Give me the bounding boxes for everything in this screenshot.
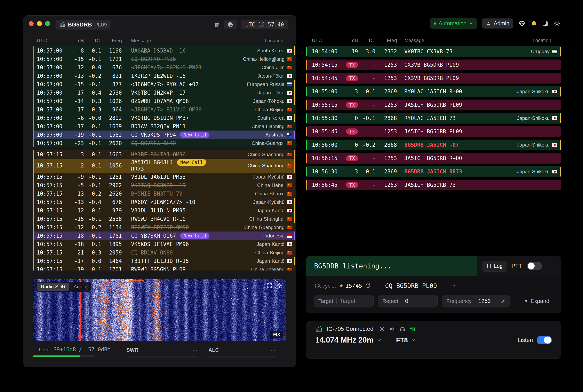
log-icon — [486, 263, 492, 269]
decode-row[interactable]: 10:57:00-170.3964<JE6MCA/7> BI1VUO OM89C… — [33, 105, 295, 114]
decode-row[interactable]: 10:57:00-12-0.0676<JE6MCA/7> BG2KUD PN21… — [33, 63, 295, 72]
tx-message-select[interactable]: CQ BG5DRB PL09 — [385, 282, 456, 290]
flag-icon — [287, 49, 292, 52]
ptt-toggle[interactable] — [527, 262, 542, 270]
decode-row[interactable]: 10:57:15-130.22620BH5HIE BH3TTU 73China·… — [33, 190, 295, 198]
target-label: Target — [318, 298, 333, 304]
decode-row[interactable]: 10:57:00-17-0.11639BD1AV BI2QFV PN11Chin… — [33, 122, 295, 130]
fullscreen-icon[interactable] — [266, 282, 272, 289]
group-bar — [33, 139, 34, 147]
qso-row[interactable]: 10:56:303-0.12869BG5DRB JA5ICH RR73Japan… — [306, 166, 561, 177]
decode-row[interactable]: 10:57:15-9-0.11251V31DL JA6IJL PM53Japan… — [33, 172, 295, 181]
dark-mode-icon[interactable] — [543, 21, 548, 26]
decode-row[interactable]: 10:57:15-19-0.11701RW9WJ BG5GNN PL09Chin… — [33, 265, 295, 270]
log-button[interactable]: Log — [483, 261, 507, 272]
signal-marker — [294, 257, 295, 265]
trash-button[interactable] — [214, 22, 220, 28]
qso-row[interactable]: 10:56:45TX-1253JA5ICH BG5DRB 73 — [306, 180, 561, 190]
qso-row[interactable]: 10:55:45TX-1253JA5ICH BG5DRB PL09 — [306, 126, 561, 137]
minimize-button[interactable] — [37, 21, 42, 26]
location-cell: Japan·Kyūshū — [223, 199, 292, 205]
decode-row[interactable]: 10:57:00-13-0.2821IK2RZP JE2WLD -15Japan… — [33, 72, 295, 80]
qso-row[interactable]: 10:54:45TX-1253CX3VB BG5DRB PL09 — [306, 73, 561, 84]
flag-icon — [287, 184, 292, 187]
freq-cell: 2620 — [101, 140, 122, 146]
cycle-refresh-icon[interactable] — [365, 283, 371, 288]
freq-cell: 1198 — [101, 48, 122, 54]
decode-row[interactable]: 10:57:15-21-0.32059CQ BD1AV ON80China·Be… — [33, 248, 295, 257]
message-cell: VK3TAQ BG3NBD -19 — [122, 182, 223, 188]
expand-button[interactable]: ▼ Expand — [524, 298, 549, 304]
admin-button[interactable]: Admin — [482, 18, 513, 28]
decode-row[interactable]: 10:57:15-170.01464T31TTT JL1JJD R-15Japa… — [33, 257, 295, 265]
decode-row[interactable]: 10:57:00-6-0.02892VK0TBC DS1UDN PM37Sout… — [33, 114, 295, 122]
decode-row[interactable]: 10:57:15-18-0.11781CQ YB7SKM OI67New Gri… — [33, 232, 295, 240]
mode-select[interactable]: FT8 — [396, 336, 408, 344]
decode-row[interactable]: 10:57:00-170.42530VK0TBC JH2KVP -17Japan… — [33, 88, 295, 97]
decode-row[interactable]: 10:57:15-180.11895VK5KDS JF1VAE PM96Japa… — [33, 240, 295, 248]
decode-row[interactable]: 10:57:15-5-0.12962VK3TAQ BG3NBD -19China… — [33, 181, 295, 190]
qso-row[interactable]: 10:54:00-193.02332VK0TBC CX3VB 73Uruguay — [306, 46, 561, 57]
fix-button[interactable]: FIX — [270, 331, 283, 338]
decode-row[interactable]: 10:57:15-2-0.11056JA5ICH BG4JLJNew CallR… — [33, 159, 295, 172]
signal-marker — [294, 198, 295, 206]
radio-icon — [59, 22, 65, 28]
decode-row[interactable]: 10:57:00-8-0.11198UA0ABA DS5BVD -16South… — [33, 46, 295, 55]
qso-row[interactable]: 10:55:15TX-1253JA5ICH BG5DRB PL09 — [306, 100, 561, 110]
qso-row[interactable]: 10:55:300-0.12868RY0LAC JA5ICH 73Japan·S… — [306, 113, 561, 124]
settings-icon[interactable] — [554, 20, 560, 27]
tab-radio-sdr[interactable]: Radio SDR — [37, 282, 69, 291]
decode-row[interactable]: 10:57:00-15-0.1877<JE6MCA/7> RY0LAC +02E… — [33, 80, 295, 88]
db-cell: 3 — [341, 168, 358, 175]
db-cell: -13 — [65, 73, 84, 79]
group-bar — [33, 181, 34, 190]
dt-cell: -0.1 — [84, 123, 101, 130]
utc-cell: 10:57:15 — [33, 152, 65, 158]
location-cell: Japan·Tōhoku — [223, 98, 292, 104]
message-cell: CQ YB7SKM OI67New Grid — [122, 232, 223, 239]
automation-menu[interactable]: Automation — [430, 18, 477, 29]
decode-row[interactable]: 10:57:00-19-0.11582CQ VK5KDS PF94New Gri… — [33, 130, 295, 139]
report-input[interactable]: Report 0 — [378, 295, 438, 308]
qso-row[interactable]: 10:55:003-0.12869RY0LAC JA5ICH R+00Japan… — [306, 86, 561, 97]
message-cell: BD1AV BI2QFV PN11 — [122, 123, 223, 130]
titlebar-actions: UTC 10:57:40 — [214, 20, 288, 30]
close-button[interactable] — [29, 21, 34, 26]
listen-toggle[interactable] — [537, 336, 552, 344]
freq-cell: 964 — [101, 106, 122, 113]
globe-button[interactable] — [224, 20, 237, 29]
frequency-input[interactable]: Frequency 1253 — [442, 295, 510, 308]
decode-row[interactable]: 10:57:15-12-0.1979V31DL JL1DLN PM95Japan… — [33, 206, 295, 215]
message-cell: CX3VB BG5DRB PL09 — [397, 62, 493, 68]
decode-row[interactable]: 10:57:15-13-0.4676RA6OY <JE6MCA/7> -10Ja… — [33, 198, 295, 206]
decode-row[interactable]: 10:57:15-120.21134BG6WFY BD7PDP OM50Chin… — [33, 223, 295, 232]
speaker-icon[interactable] — [389, 326, 395, 332]
qso-row[interactable]: 10:56:000-0.22868BG5DRB JA5ICH -07Japan·… — [306, 140, 561, 150]
bell-icon[interactable] — [531, 20, 537, 27]
qso-row[interactable]: 10:56:15TX-1253JA5ICH BG5DRB R+00 — [306, 153, 561, 164]
activity-icon[interactable] — [518, 20, 525, 27]
rig-settings-icon[interactable] — [379, 326, 385, 332]
location-cell: Japan·Shikoku — [493, 115, 561, 121]
waterfall-settings-icon[interactable] — [277, 282, 283, 289]
db-cell: -15 — [65, 56, 84, 62]
decode-row[interactable]: 10:57:00-140.31026OZ9WRH JQ7AMA QM08Japa… — [33, 97, 295, 105]
decode-row[interactable]: 10:57:00-15-0.11721CQ BG2FYO PN35China·H… — [33, 55, 295, 63]
zoom-button[interactable] — [45, 21, 50, 26]
decode-row[interactable]: 10:57:15-15-0.12538RW9WJ BH4CVO R-10Chin… — [33, 215, 295, 223]
equalizer-icon[interactable] — [410, 326, 416, 332]
db-cell: -23 — [65, 140, 84, 146]
chevron-down-icon[interactable] — [411, 338, 416, 343]
target-input[interactable]: Target Target — [314, 295, 374, 308]
band-select[interactable]: 14.074 MHz 20m — [315, 336, 374, 344]
dt-cell: - — [358, 155, 375, 161]
chevron-down-icon[interactable] — [376, 338, 382, 343]
utc-cell: 10:57:00 — [33, 48, 65, 54]
headphones-icon[interactable] — [400, 326, 405, 332]
decode-row[interactable]: 10:57:00-23-0.12620CQ BG7SSA OL42China·G… — [33, 139, 295, 147]
tab-audio[interactable]: Audio — [70, 282, 90, 291]
utc-cell: 10:57:15 — [33, 250, 65, 256]
freq-cell: 1253 — [375, 62, 397, 68]
qso-row[interactable]: 10:54:15TX-1253CX3VB BG5DRB PL09 — [306, 60, 561, 70]
decode-row[interactable]: 10:57:15-3-0.11663HA1BF BG4IAJ OM96China… — [33, 150, 295, 159]
